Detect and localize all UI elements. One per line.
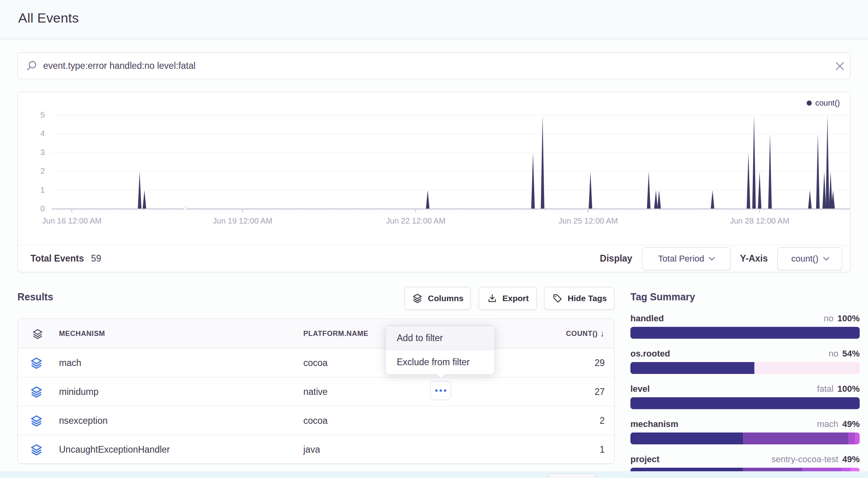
event-stack-icon bbox=[30, 385, 43, 399]
x-axis-tick-label: Jun 28 12:00 AM bbox=[720, 216, 799, 226]
chevron-down-icon bbox=[823, 254, 829, 261]
close-icon bbox=[835, 61, 845, 71]
cell-platform[interactable]: cocoa bbox=[303, 406, 327, 435]
results-title: Results bbox=[17, 291, 53, 303]
tag-name: level bbox=[630, 384, 650, 394]
table-row[interactable]: nsexception cocoa 2 bbox=[18, 406, 614, 435]
table-columns-icon-button[interactable] bbox=[30, 326, 46, 342]
layers-icon bbox=[30, 385, 43, 399]
search-bar[interactable]: event.type:error handled:no level:fatal bbox=[17, 52, 851, 79]
layers-icon bbox=[30, 443, 43, 457]
chart-legend[interactable]: count() bbox=[807, 99, 840, 108]
page-header: All Events bbox=[0, 0, 868, 39]
cell-mechanism[interactable]: mach bbox=[59, 349, 81, 377]
column-header-platform[interactable]: PLATFORM.NAME bbox=[303, 330, 368, 338]
tag-top-value: mach 49% bbox=[817, 419, 860, 429]
tag-bar-segment[interactable] bbox=[743, 432, 848, 444]
columns-button[interactable]: Columns bbox=[404, 287, 471, 310]
y-axis-tick-label: 2 bbox=[30, 167, 45, 176]
search-clear-button[interactable] bbox=[827, 57, 845, 75]
tag-bar-segment[interactable] bbox=[630, 362, 754, 374]
tag-bar-segment[interactable] bbox=[855, 432, 860, 444]
table-row[interactable]: mach cocoa 29 bbox=[18, 349, 614, 377]
cell-platform[interactable]: native bbox=[303, 377, 327, 406]
ellipsis-dot bbox=[444, 389, 446, 392]
export-button-label: Export bbox=[503, 294, 529, 303]
cell-mechanism[interactable]: nsexception bbox=[59, 406, 108, 435]
tag-head: handled no 100% bbox=[630, 313, 860, 324]
display-select[interactable]: Total Period bbox=[642, 247, 731, 270]
x-axis-tick-label: Jun 16 12:00 AM bbox=[32, 216, 111, 226]
tag-top-value: no 54% bbox=[828, 349, 860, 359]
cell-actions-menu: Add to filter Exclude from filter bbox=[385, 326, 495, 375]
tag-head: level fatal 100% bbox=[630, 384, 860, 394]
column-header-mechanism[interactable]: MECHANISM bbox=[59, 330, 105, 338]
tag-summary-list: handled no 100% os.rooted no 54% level f… bbox=[630, 313, 860, 478]
chart-hover-marker bbox=[184, 206, 187, 210]
table-row[interactable]: minidump native 27 bbox=[18, 377, 614, 406]
tag-value: no bbox=[824, 313, 833, 324]
hide-tags-button-label: Hide Tags bbox=[568, 294, 607, 303]
events-chart-panel: 012345 Jun 16 12:00 AMJun 19 12:00 AMJun… bbox=[17, 92, 851, 272]
x-axis-tick-label: Jun 19 12:00 AM bbox=[203, 216, 282, 226]
tag-bar-segment[interactable] bbox=[630, 397, 860, 409]
layers-icon bbox=[32, 328, 44, 340]
tag-name: os.rooted bbox=[630, 349, 670, 359]
tag-head: os.rooted no 54% bbox=[630, 349, 860, 359]
tag-bar-segment[interactable] bbox=[848, 432, 855, 444]
tag-bar-segment[interactable] bbox=[630, 327, 860, 339]
tag-head: project sentry-cocoa-test 49% bbox=[630, 454, 860, 465]
cell-actions-button[interactable] bbox=[430, 381, 451, 400]
y-axis-tick-label: 4 bbox=[30, 129, 45, 138]
search-input[interactable]: event.type:error handled:no level:fatal bbox=[43, 61, 196, 71]
y-axis-tick-label: 5 bbox=[30, 110, 45, 120]
tag-icon bbox=[552, 293, 563, 304]
tag-top-value: no 100% bbox=[824, 313, 860, 324]
tag-top-value: fatal 100% bbox=[817, 384, 860, 394]
y-axis-tick-label: 1 bbox=[30, 186, 45, 195]
pagination-button[interactable] bbox=[548, 473, 595, 478]
table-row[interactable]: UncaughtExceptionHandler java 1 bbox=[18, 435, 614, 464]
cell-mechanism[interactable]: minidump bbox=[59, 377, 99, 406]
tag-summary-title: Tag Summary bbox=[630, 291, 695, 303]
menu-item-add-to-filter[interactable]: Add to filter bbox=[386, 326, 495, 350]
tag-distribution-bar[interactable] bbox=[630, 432, 860, 444]
search-icon bbox=[26, 60, 38, 72]
columns-button-label: Columns bbox=[428, 294, 464, 303]
tag-percent: 100% bbox=[838, 313, 860, 324]
cell-count: 27 bbox=[594, 377, 605, 406]
tag-percent: 100% bbox=[838, 384, 860, 394]
chart-controls: Display Total Period Y-Axis count() bbox=[600, 247, 842, 270]
events-spike-chart[interactable] bbox=[18, 92, 851, 227]
all-events-page: All Events event.type:error handled:no l… bbox=[0, 0, 868, 478]
tag-summary-item: level fatal 100% bbox=[630, 384, 860, 409]
yaxis-select-value: count() bbox=[791, 254, 818, 264]
total-events: Total Events 59 bbox=[30, 253, 101, 264]
yaxis-select[interactable]: count() bbox=[777, 247, 842, 270]
yaxis-label: Y-Axis bbox=[740, 253, 768, 264]
tag-summary-item: os.rooted no 54% bbox=[630, 349, 860, 374]
cell-platform[interactable]: java bbox=[303, 435, 320, 464]
tag-distribution-bar[interactable] bbox=[630, 397, 860, 409]
event-stack-icon bbox=[30, 443, 43, 457]
tag-name: project bbox=[630, 454, 659, 465]
tag-distribution-bar[interactable] bbox=[630, 327, 860, 339]
x-axis-tick-label: Jun 22 12:00 AM bbox=[376, 216, 455, 226]
tag-bar-segment[interactable] bbox=[754, 362, 860, 374]
column-header-count[interactable]: COUNT() ↓ bbox=[566, 328, 605, 339]
hide-tags-button[interactable]: Hide Tags bbox=[544, 287, 615, 310]
total-events-value: 59 bbox=[91, 253, 101, 264]
tag-distribution-bar[interactable] bbox=[630, 362, 860, 374]
cell-count: 29 bbox=[594, 349, 605, 377]
tag-summary-item: mechanism mach 49% bbox=[630, 419, 860, 444]
x-axis-tick-label: Jun 25 12:00 AM bbox=[548, 216, 628, 226]
cell-mechanism[interactable]: UncaughtExceptionHandler bbox=[59, 435, 170, 464]
display-label: Display bbox=[600, 253, 632, 264]
cell-platform[interactable]: cocoa bbox=[303, 349, 327, 377]
table-header-row: MECHANISM PLATFORM.NAME COUNT() ↓ bbox=[18, 319, 614, 349]
tag-percent: 54% bbox=[842, 349, 860, 359]
tag-name: handled bbox=[630, 313, 664, 324]
export-button[interactable]: Export bbox=[479, 287, 537, 310]
cell-count: 1 bbox=[600, 435, 605, 464]
tag-bar-segment[interactable] bbox=[630, 432, 743, 444]
